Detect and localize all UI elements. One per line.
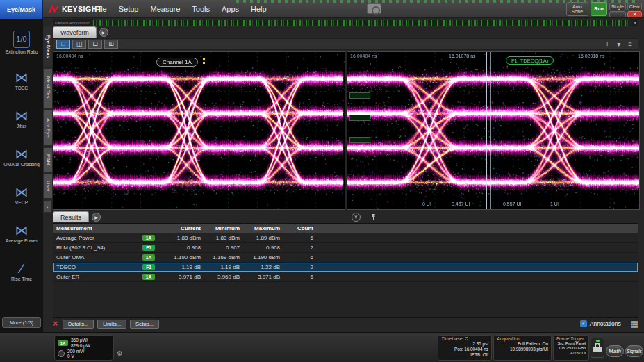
setup-button[interactable]: Setup... xyxy=(130,320,159,329)
ui-axis-label: 0 UI xyxy=(422,201,431,206)
timebase-position: Pos: 16.00404 ns xyxy=(441,347,488,352)
frame-trigger-title: Frame Trigger xyxy=(556,336,584,341)
minimize-button[interactable]: – xyxy=(609,11,626,17)
dropdown-icon[interactable]: ▾ xyxy=(614,40,623,48)
eye-mask-mode-button[interactable]: Eye/Mask xyxy=(0,0,43,19)
pam4-eye-canvas-right[interactable] xyxy=(347,52,639,209)
acquisition-pattern: Full Pattern: On xyxy=(497,341,548,347)
menu-help[interactable]: Help xyxy=(251,5,267,13)
sidebar-item-extinction-ratio[interactable]: 1/0 Extinction Ratio xyxy=(0,23,43,61)
play-icon[interactable]: ▶ xyxy=(99,28,108,37)
current-value: 1.88 dBm xyxy=(165,235,206,241)
count-value: 6 xyxy=(286,235,319,241)
pattern-dropdown-icon[interactable]: ▾ xyxy=(634,20,636,26)
pam4-eye-canvas-left[interactable] xyxy=(53,52,345,209)
eye-display-right: 16.00404 ns 16.01078 ns F1: TDECQ(1A) 16… xyxy=(347,51,640,210)
tdecq-window-marker[interactable] xyxy=(486,52,487,209)
tab-eye-meas[interactable]: Eye Meas xyxy=(43,26,52,67)
count-value: 2 xyxy=(286,264,319,270)
level-threshold-label xyxy=(349,137,370,143)
signals-button[interactable]: Signals xyxy=(625,345,643,357)
pan-icon[interactable]: + xyxy=(602,40,612,48)
sidebar-item-rise-time[interactable]: ∕ Rise Time xyxy=(0,252,43,290)
run-button[interactable]: Run xyxy=(591,2,607,16)
menu-icon[interactable]: ≡ xyxy=(625,40,635,48)
menu-file[interactable]: File xyxy=(94,5,107,13)
tdecq-function-label[interactable]: F1: TDECQ(1A) xyxy=(506,56,554,65)
view-single-icon[interactable]: □ xyxy=(56,40,70,49)
results-footer: × Details... Limits... Setup... ✓ Annota… xyxy=(53,318,638,329)
sidebar-item-average-power[interactable]: ⋈ Average Power xyxy=(0,214,43,252)
sidebar-item-oma-at-crossing[interactable]: ⋈ OMA at Crossing xyxy=(0,138,43,176)
view-split-vertical-icon[interactable]: ◫ xyxy=(72,40,86,49)
channel-2-scale[interactable]: 200 mV/ 0 V xyxy=(58,349,110,360)
results-tab-row: Results ▶ ∨ xyxy=(53,211,638,222)
sidebar-item-vecp[interactable]: ⋈ VECP xyxy=(0,176,43,214)
table-row-outer-er[interactable]: Outer ER 1A 3.971 dB 3.969 dB 3.971 dB 6 xyxy=(53,272,638,282)
results-table: Measurement Current Minimum Maximum Coun… xyxy=(53,223,638,318)
math-button[interactable]: Math xyxy=(606,345,624,357)
table-row-outer-oma[interactable]: Outer OMA 1A 1.190 dBm 1.169 dBm 1.190 d… xyxy=(53,253,638,263)
tab-mask-test[interactable]: Mask Test xyxy=(43,68,52,108)
chevron-down-icon[interactable]: ∨ xyxy=(352,213,361,222)
min-value: 3.969 dB xyxy=(206,274,245,280)
tab-pam[interactable]: PAM xyxy=(43,147,52,172)
pattern-waveform xyxy=(93,20,631,26)
tdecq-window-marker[interactable] xyxy=(499,52,499,209)
count-value: 6 xyxy=(286,274,319,280)
annotations-control: ✓ Annotations ▦ xyxy=(580,319,638,329)
table-row-tdecq-selected[interactable]: TDECQ F1 1.19 dB 1.19 dB 1.22 dB 2 xyxy=(53,263,638,272)
clear-button[interactable]: Clear xyxy=(627,3,642,10)
details-button[interactable]: Details... xyxy=(63,320,94,329)
rise-time-icon: ∕ xyxy=(20,262,22,275)
sidebar-item-label: Jitter xyxy=(17,124,27,129)
tab-adv-eye[interactable]: Adv Eye xyxy=(43,110,52,146)
view-quad-icon[interactable]: ⊞ xyxy=(104,40,118,49)
limits-button[interactable]: Limits... xyxy=(97,320,126,329)
eye-diagram-icon: ⋈ xyxy=(15,186,28,199)
channel-scale-cluster[interactable]: 1A 360 μW/ 829.0 μW 200 mV/ 0 V xyxy=(54,335,114,361)
frame-trigger-src: Src: Front Panel xyxy=(556,341,586,346)
menu-measure[interactable]: Measure xyxy=(150,5,180,13)
close-button[interactable]: × xyxy=(627,11,642,17)
delete-measurement-icon[interactable]: × xyxy=(53,319,58,329)
results-tab[interactable]: Results xyxy=(53,211,89,222)
channel-1a-offset-value: 829.0 μW xyxy=(71,343,90,349)
measurement-name: Average Power xyxy=(53,235,142,241)
menu-tools[interactable]: Tools xyxy=(192,5,210,13)
frame-trigger-panel[interactable]: Frame Trigger Src: Front Panel 106.25000… xyxy=(553,335,589,361)
current-value: 0.968 xyxy=(165,245,206,251)
gear-icon[interactable]: ⚙ xyxy=(117,349,123,357)
tab-user[interactable]: User xyxy=(43,174,52,199)
table-row-average-power[interactable]: Average Power 1A 1.88 dBm 1.88 dBm 1.89 … xyxy=(53,233,638,243)
tdecq-window-marker[interactable] xyxy=(490,52,491,209)
max-value: 1.22 dB xyxy=(245,264,286,270)
pin-icon[interactable] xyxy=(370,213,377,221)
collapse-tabs-button[interactable]: ‹ xyxy=(43,200,51,213)
menu-apps[interactable]: Apps xyxy=(222,5,239,13)
lock-icon[interactable] xyxy=(591,338,604,358)
single-button[interactable]: Single xyxy=(609,3,626,10)
timebase-iptb: IPTB: Off xyxy=(441,352,488,358)
sidebar-item-tdec[interactable]: ⋈ TDEC xyxy=(0,61,43,99)
camera-screenshot-icon[interactable] xyxy=(367,3,381,14)
timebase-title: Timebase xyxy=(441,336,463,341)
more-measurements-button[interactable]: More (1/3) xyxy=(2,317,41,328)
eye-diagram-icon: ⋈ xyxy=(15,147,28,161)
tdecq-window-marker[interactable] xyxy=(495,52,495,209)
sidebar-item-jitter[interactable]: ⋈ Jitter xyxy=(0,99,43,138)
menu-setup[interactable]: Setup xyxy=(119,5,139,13)
channel-1a-label[interactable]: Channel 1A xyxy=(156,58,198,67)
table-row-rlm[interactable]: RLM (802.3 CL_94) F1 0.968 0.967 0.968 2 xyxy=(53,243,638,253)
channel-1a-scale[interactable]: 1A 360 μW/ 829.0 μW xyxy=(58,338,110,349)
grid-icon[interactable]: ▦ xyxy=(631,319,638,329)
play-icon[interactable]: ▶ xyxy=(92,213,101,222)
auto-scale-button[interactable]: Auto Scale xyxy=(566,2,588,16)
waveform-tab[interactable]: Waveform xyxy=(53,26,97,38)
min-value: 1.88 dBm xyxy=(206,235,245,241)
annotations-checkbox[interactable]: ✓ xyxy=(580,320,587,327)
acquisition-pts-ui: 10.98998993 pts/UI xyxy=(497,347,548,352)
view-split-horizontal-icon[interactable]: ⊟ xyxy=(88,40,102,49)
timebase-panel[interactable]: Timebase 2.35 ps/ Pos: 16.00404 ns IPTB:… xyxy=(438,335,492,361)
acquisition-panel[interactable]: Acquisition Full Pattern: On 10.98998993… xyxy=(493,335,552,361)
